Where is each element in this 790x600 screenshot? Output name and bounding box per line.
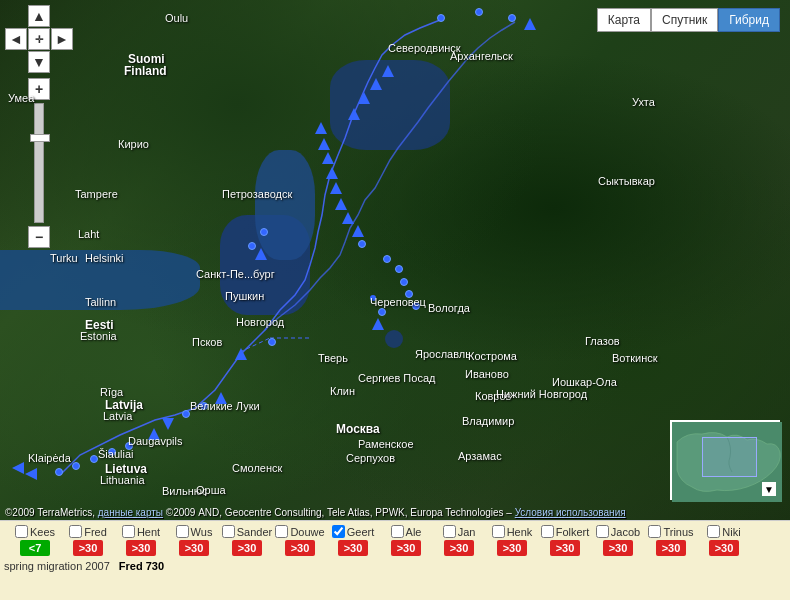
tracker-badge-niki: >30 xyxy=(709,540,739,556)
tracker-name-douwe: Douwe xyxy=(290,526,324,538)
track-arrow xyxy=(372,318,384,330)
tracker-checkbox-hent[interactable] xyxy=(122,525,135,538)
fred-label: Fred 730 xyxy=(119,560,164,572)
tracker-name-fred: Fred xyxy=(84,526,107,538)
tracker-badge-wus: >30 xyxy=(179,540,209,556)
tracker-name-jan: Jan xyxy=(458,526,476,538)
track-arrow xyxy=(235,348,247,360)
map-type-satellite[interactable]: Спутник xyxy=(651,8,718,32)
tracker-badge-fred: >30 xyxy=(73,540,103,556)
tracker-name-folkert: Folkert xyxy=(556,526,590,538)
track-point xyxy=(475,8,483,16)
zoom-out-button[interactable]: − xyxy=(28,226,50,248)
tracker-item-fred: Fred>30 xyxy=(62,525,114,556)
track-arrow xyxy=(255,248,267,260)
tracker-checkbox-henk[interactable] xyxy=(492,525,505,538)
track-arrow xyxy=(382,65,394,77)
tracker-badge-geert: >30 xyxy=(338,540,368,556)
spring-migration-label: spring migration 2007 xyxy=(4,560,110,572)
track-point xyxy=(268,338,276,346)
tracker-badge-trinus: >30 xyxy=(656,540,686,556)
mini-map-viewport xyxy=(702,437,757,477)
tracker-checkbox-fred[interactable] xyxy=(69,525,82,538)
tracker-badge-sander: >30 xyxy=(232,540,262,556)
track-arrow xyxy=(342,212,354,224)
track-arrow xyxy=(148,428,160,440)
track-arrow xyxy=(348,108,360,120)
pan-down-button[interactable]: ▼ xyxy=(28,51,50,73)
track-arrow xyxy=(330,182,342,194)
track-point xyxy=(405,290,413,298)
tracker-item-trinus: Trinus>30 xyxy=(645,525,697,556)
tracker-checkbox-jan[interactable] xyxy=(443,525,456,538)
tracker-badge-jacob: >30 xyxy=(603,540,633,556)
bottom-panel: Kees<7Fred>30Hent>30Wus>30Sander>30Douwe… xyxy=(0,520,790,600)
label-row: spring migration 2007 Fred 730 xyxy=(0,558,790,574)
tracker-item-douwe: Douwe>30 xyxy=(274,525,326,556)
tracker-checkbox-folkert[interactable] xyxy=(541,525,554,538)
copyright-bar: ©2009 TerraMetrics, данные карты ©2009 A… xyxy=(0,507,790,518)
tracker-item-hent: Hent>30 xyxy=(115,525,167,556)
tracker-name-wus: Wus xyxy=(191,526,213,538)
track-point xyxy=(383,255,391,263)
track-arrow xyxy=(335,198,347,210)
tracker-checkbox-jacob[interactable] xyxy=(596,525,609,538)
tracker-name-sander: Sander xyxy=(237,526,272,538)
center-button[interactable]: ✛ xyxy=(28,28,50,50)
tracker-row: Kees<7Fred>30Hent>30Wus>30Sander>30Douwe… xyxy=(0,521,790,558)
tracker-name-jacob: Jacob xyxy=(611,526,640,538)
track-point xyxy=(90,455,98,463)
pan-right-button[interactable]: ► xyxy=(51,28,73,50)
zoom-in-button[interactable]: + xyxy=(28,78,50,100)
zoom-handle[interactable] xyxy=(30,134,50,142)
track-point xyxy=(358,240,366,248)
map-type-hybrid[interactable]: Гибрид xyxy=(718,8,780,32)
tracker-name-ale: Ale xyxy=(406,526,422,538)
lake-onega xyxy=(255,150,315,260)
map-type-map[interactable]: Карта xyxy=(597,8,651,32)
tracker-name-henk: Henk xyxy=(507,526,533,538)
tracker-item-henk: Henk>30 xyxy=(486,525,538,556)
tracker-item-ale: Ale>30 xyxy=(380,525,432,556)
track-point xyxy=(437,14,445,22)
track-point xyxy=(125,442,133,450)
track-arrow xyxy=(524,18,536,30)
track-point xyxy=(400,278,408,286)
track-arrow xyxy=(215,392,227,404)
track-point xyxy=(55,468,63,476)
tracker-name-kees: Kees xyxy=(30,526,55,538)
tracker-badge-hent: >30 xyxy=(126,540,156,556)
gulf-of-finland xyxy=(0,250,200,310)
tracker-badge-ale: >30 xyxy=(391,540,421,556)
small-lake-1 xyxy=(385,330,403,348)
track-arrow xyxy=(358,92,370,104)
pan-left-button[interactable]: ◄ xyxy=(5,28,27,50)
tracker-checkbox-niki[interactable] xyxy=(707,525,720,538)
tracker-item-niki: Niki>30 xyxy=(698,525,750,556)
tracker-checkbox-douwe[interactable] xyxy=(275,525,288,538)
tracker-name-trinus: Trinus xyxy=(663,526,693,538)
tracker-item-geert: Geert>30 xyxy=(327,525,379,556)
track-point xyxy=(370,295,376,301)
track-point xyxy=(412,302,420,310)
tracker-item-kees: Kees<7 xyxy=(9,525,61,556)
track-arrow xyxy=(322,152,334,164)
tracker-checkbox-wus[interactable] xyxy=(176,525,189,538)
tracker-name-hent: Hent xyxy=(137,526,160,538)
track-arrow xyxy=(326,167,338,179)
track-arrow xyxy=(352,225,364,237)
tracker-checkbox-geert[interactable] xyxy=(332,525,345,538)
tracker-badge-henk: >30 xyxy=(497,540,527,556)
zoom-bar[interactable] xyxy=(34,103,44,223)
tracker-item-sander: Sander>30 xyxy=(221,525,273,556)
tracker-checkbox-kees[interactable] xyxy=(15,525,28,538)
pan-up-button[interactable]: ▲ xyxy=(28,5,50,27)
mini-map-expand[interactable]: ▼ xyxy=(762,482,776,496)
tracker-badge-kees: <7 xyxy=(20,540,50,556)
track-arrow xyxy=(370,78,382,90)
tracker-checkbox-ale[interactable] xyxy=(391,525,404,538)
tracker-checkbox-sander[interactable] xyxy=(222,525,235,538)
track-point xyxy=(260,228,268,236)
tracker-checkbox-trinus[interactable] xyxy=(648,525,661,538)
map-container: Карта Спутник Гибрид ▲ ◄ ✛ ► ▼ + − Suomi… xyxy=(0,0,790,520)
